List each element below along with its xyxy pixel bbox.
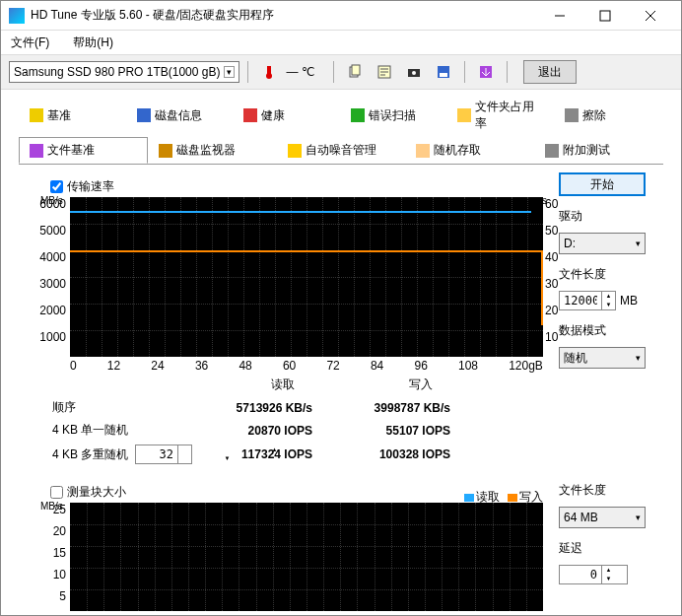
tab-label: 健康 — [261, 107, 285, 124]
app-icon — [9, 8, 25, 24]
drive-letter-select[interactable]: D:▾ — [559, 233, 646, 254]
chevron-down-icon: ▾ — [224, 66, 235, 78]
data-mode-select[interactable]: 随机▾ — [559, 347, 646, 369]
transfer-rate-checkbox[interactable]: 传输速率 — [50, 178, 543, 195]
doc-icon — [30, 144, 43, 158]
tab-基准[interactable]: 基准 — [19, 94, 126, 137]
tab-擦除[interactable]: 擦除 — [554, 94, 661, 137]
tab-错误扫描[interactable]: 错误扫描 — [340, 94, 447, 137]
row-name: 顺序 — [36, 399, 214, 416]
data-mode-label: 数据模式 — [559, 322, 646, 339]
thermometer-icon — [256, 59, 282, 85]
spin-up[interactable]: ▲ — [601, 292, 615, 301]
read-line — [70, 211, 531, 213]
file-length-input[interactable]: ▲▼ — [559, 291, 616, 310]
separator — [507, 61, 508, 83]
tab-label: 自动噪音管理 — [306, 142, 376, 159]
file-length-value[interactable] — [560, 292, 601, 309]
tab-磁盘监视器[interactable]: 磁盘监视器 — [148, 137, 277, 164]
folder-icon — [457, 108, 470, 122]
row-name: 4 KB 单一随机 — [36, 422, 214, 439]
save-button[interactable] — [431, 59, 456, 85]
tab-随机存取[interactable]: 随机存取 — [405, 137, 534, 164]
results-header: 读取 写入 — [36, 376, 543, 393]
chevron-down-icon: ▾ — [636, 513, 641, 522]
svg-rect-0 — [600, 11, 610, 21]
write-value: 3998787 KB/s — [352, 401, 490, 415]
read-value: 20870 IOPS — [214, 424, 352, 438]
delay-value[interactable] — [560, 566, 601, 583]
tab-label: 基准 — [47, 107, 71, 124]
file-length-2-select[interactable]: 64 MB▾ — [559, 507, 646, 528]
tab-label: 错误扫描 — [369, 107, 416, 124]
drive-select[interactable]: Samsung SSD 980 PRO 1TB(1000 gB) ▾ — [9, 61, 239, 83]
svg-rect-4 — [352, 65, 360, 75]
info-icon — [137, 108, 151, 122]
window-titlebar: HD Tune 专业版 5.60 - 硬盘/固态硬盘实用程序 — [1, 1, 681, 31]
tab-label: 文件夹占用率 — [475, 99, 543, 132]
monitor-icon — [159, 144, 172, 158]
drive-label: 驱动 — [559, 208, 646, 225]
sound-icon — [288, 144, 302, 158]
rand-icon — [416, 144, 430, 158]
close-button[interactable] — [628, 1, 673, 31]
write-drop — [531, 250, 543, 325]
delay-input[interactable]: ▲▼ — [559, 565, 628, 584]
result-row: 顺序5713926 KB/s3998787 KB/s — [36, 399, 543, 416]
tab-label: 磁盘监视器 — [176, 142, 236, 159]
window-title: HD Tune 专业版 5.60 - 硬盘/固态硬盘实用程序 — [31, 7, 537, 24]
menu-file[interactable]: 文件(F) — [5, 33, 55, 53]
spin-up[interactable]: ▲ — [601, 566, 615, 575]
svg-point-7 — [412, 71, 416, 75]
read-value: 117324 IOPS — [214, 447, 352, 461]
file-benchmark-panel: 传输速率 MB/s ms 600050004000300020001000 60… — [19, 164, 663, 478]
transfer-rate-check[interactable] — [50, 180, 63, 193]
file-length-unit: MB — [620, 294, 638, 308]
tab-磁盘信息[interactable]: 磁盘信息 — [126, 94, 234, 137]
tab-健康[interactable]: 健康 — [233, 94, 340, 137]
y-axis-ticks: 600050004000300020001000 — [36, 197, 66, 357]
spin-down[interactable]: ▼ — [601, 575, 615, 583]
tab-附加测试[interactable]: 附加测试 — [534, 137, 663, 164]
bulb-icon — [30, 108, 43, 122]
y-axis-ticks-2: 252015105 — [36, 503, 66, 611]
start-button[interactable]: 开始 — [559, 172, 646, 196]
tab-label: 随机存取 — [434, 142, 481, 159]
col-write: 写入 — [352, 376, 490, 393]
result-row: 4 KB 多重随机 ▲▼117324 IOPS100328 IOPS — [36, 445, 543, 464]
block-size-label: 测量块大小 — [67, 484, 126, 501]
block-size-check[interactable] — [50, 486, 63, 499]
camera-button[interactable] — [401, 59, 427, 85]
write-value: 55107 IOPS — [352, 424, 490, 438]
file-length-label: 文件长度 — [559, 266, 646, 283]
col-read: 读取 — [214, 376, 352, 393]
tab-label: 磁盘信息 — [155, 107, 202, 124]
separator — [464, 61, 465, 83]
exit-button[interactable]: 退出 — [523, 60, 577, 84]
temperature-value: — ℃ — [286, 65, 325, 79]
separator — [333, 61, 334, 83]
menubar: 文件(F) 帮助(H) — [1, 31, 681, 54]
queue-depth-input[interactable]: ▲▼ — [135, 445, 192, 464]
trash-icon — [565, 108, 579, 122]
copy-button[interactable] — [342, 59, 368, 85]
spin-down[interactable]: ▼ — [601, 301, 615, 309]
y2-axis-ticks: 605040302010 — [545, 197, 565, 357]
search-icon — [351, 108, 365, 122]
settings-button[interactable] — [473, 59, 499, 85]
menu-help[interactable]: 帮助(H) — [67, 33, 119, 53]
write-line — [70, 250, 543, 252]
read-swatch — [464, 494, 474, 502]
maximize-button[interactable] — [582, 1, 628, 31]
file-length-2-label: 文件长度 — [559, 482, 646, 499]
result-row: 4 KB 单一随机20870 IOPS55107 IOPS — [36, 422, 543, 439]
tab-文件夹占用率[interactable]: 文件夹占用率 — [446, 94, 554, 137]
tab-自动噪音管理[interactable]: 自动噪音管理 — [277, 137, 406, 164]
tab-文件基准[interactable]: 文件基准 — [19, 137, 148, 164]
minimize-button[interactable] — [537, 1, 582, 31]
chevron-down-icon: ▾ — [636, 239, 641, 248]
drive-select-value: Samsung SSD 980 PRO 1TB(1000 gB) — [14, 65, 220, 79]
block-size-panel: 测量块大小 MB/s 读取 写入 252015105 0.51248163264… — [19, 478, 663, 616]
read-value: 5713926 KB/s — [214, 401, 352, 415]
screenshot-text-button[interactable] — [372, 59, 397, 85]
